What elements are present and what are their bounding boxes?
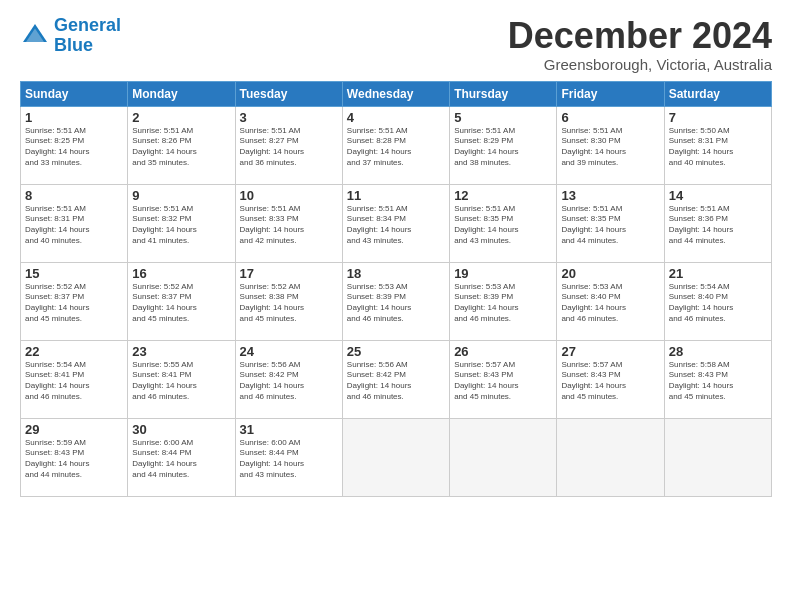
day-info: Sunrise: 5:55 AM Sunset: 8:41 PM Dayligh… [132, 360, 230, 403]
day-number: 23 [132, 344, 230, 359]
week-row-1: 1Sunrise: 5:51 AM Sunset: 8:25 PM Daylig… [21, 106, 772, 184]
table-row: 28Sunrise: 5:58 AM Sunset: 8:43 PM Dayli… [664, 340, 771, 418]
week-row-3: 15Sunrise: 5:52 AM Sunset: 8:37 PM Dayli… [21, 262, 772, 340]
table-row: 20Sunrise: 5:53 AM Sunset: 8:40 PM Dayli… [557, 262, 664, 340]
day-number: 9 [132, 188, 230, 203]
th-sunday: Sunday [21, 81, 128, 106]
day-info: Sunrise: 5:53 AM Sunset: 8:39 PM Dayligh… [454, 282, 552, 325]
day-number: 18 [347, 266, 445, 281]
table-row: 10Sunrise: 5:51 AM Sunset: 8:33 PM Dayli… [235, 184, 342, 262]
table-row: 2Sunrise: 5:51 AM Sunset: 8:26 PM Daylig… [128, 106, 235, 184]
day-info: Sunrise: 5:51 AM Sunset: 8:27 PM Dayligh… [240, 126, 338, 169]
table-row: 21Sunrise: 5:54 AM Sunset: 8:40 PM Dayli… [664, 262, 771, 340]
day-number: 21 [669, 266, 767, 281]
day-info: Sunrise: 5:51 AM Sunset: 8:30 PM Dayligh… [561, 126, 659, 169]
day-number: 14 [669, 188, 767, 203]
table-row: 30Sunrise: 6:00 AM Sunset: 8:44 PM Dayli… [128, 418, 235, 496]
th-tuesday: Tuesday [235, 81, 342, 106]
day-info: Sunrise: 5:51 AM Sunset: 8:34 PM Dayligh… [347, 204, 445, 247]
week-row-5: 29Sunrise: 5:59 AM Sunset: 8:43 PM Dayli… [21, 418, 772, 496]
day-info: Sunrise: 5:51 AM Sunset: 8:25 PM Dayligh… [25, 126, 123, 169]
day-number: 2 [132, 110, 230, 125]
day-info: Sunrise: 5:59 AM Sunset: 8:43 PM Dayligh… [25, 438, 123, 481]
table-row: 22Sunrise: 5:54 AM Sunset: 8:41 PM Dayli… [21, 340, 128, 418]
th-monday: Monday [128, 81, 235, 106]
day-info: Sunrise: 5:53 AM Sunset: 8:40 PM Dayligh… [561, 282, 659, 325]
day-info: Sunrise: 5:51 AM Sunset: 8:28 PM Dayligh… [347, 126, 445, 169]
day-number: 5 [454, 110, 552, 125]
day-number: 6 [561, 110, 659, 125]
table-row [450, 418, 557, 496]
table-row: 31Sunrise: 6:00 AM Sunset: 8:44 PM Dayli… [235, 418, 342, 496]
day-info: Sunrise: 5:53 AM Sunset: 8:39 PM Dayligh… [347, 282, 445, 325]
day-info: Sunrise: 5:54 AM Sunset: 8:40 PM Dayligh… [669, 282, 767, 325]
day-number: 12 [454, 188, 552, 203]
table-row: 13Sunrise: 5:51 AM Sunset: 8:35 PM Dayli… [557, 184, 664, 262]
day-number: 19 [454, 266, 552, 281]
table-row: 8Sunrise: 5:51 AM Sunset: 8:31 PM Daylig… [21, 184, 128, 262]
table-row: 23Sunrise: 5:55 AM Sunset: 8:41 PM Dayli… [128, 340, 235, 418]
logo-text: General Blue [54, 16, 121, 56]
day-info: Sunrise: 5:57 AM Sunset: 8:43 PM Dayligh… [561, 360, 659, 403]
table-row [342, 418, 449, 496]
day-number: 25 [347, 344, 445, 359]
page: General Blue December 2024 Greensborough… [0, 0, 792, 507]
th-thursday: Thursday [450, 81, 557, 106]
day-info: Sunrise: 5:51 AM Sunset: 8:29 PM Dayligh… [454, 126, 552, 169]
day-number: 22 [25, 344, 123, 359]
header: General Blue December 2024 Greensborough… [20, 16, 772, 73]
day-info: Sunrise: 5:51 AM Sunset: 8:35 PM Dayligh… [561, 204, 659, 247]
day-number: 28 [669, 344, 767, 359]
table-row: 12Sunrise: 5:51 AM Sunset: 8:35 PM Dayli… [450, 184, 557, 262]
calendar-title: December 2024 [508, 16, 772, 56]
calendar-table: Sunday Monday Tuesday Wednesday Thursday… [20, 81, 772, 497]
day-info: Sunrise: 5:52 AM Sunset: 8:37 PM Dayligh… [132, 282, 230, 325]
table-row: 1Sunrise: 5:51 AM Sunset: 8:25 PM Daylig… [21, 106, 128, 184]
table-row [557, 418, 664, 496]
day-info: Sunrise: 6:00 AM Sunset: 8:44 PM Dayligh… [240, 438, 338, 481]
table-row [664, 418, 771, 496]
day-number: 8 [25, 188, 123, 203]
th-wednesday: Wednesday [342, 81, 449, 106]
table-row: 25Sunrise: 5:56 AM Sunset: 8:42 PM Dayli… [342, 340, 449, 418]
day-info: Sunrise: 5:51 AM Sunset: 8:36 PM Dayligh… [669, 204, 767, 247]
day-info: Sunrise: 5:50 AM Sunset: 8:31 PM Dayligh… [669, 126, 767, 169]
th-friday: Friday [557, 81, 664, 106]
table-row: 24Sunrise: 5:56 AM Sunset: 8:42 PM Dayli… [235, 340, 342, 418]
table-row: 19Sunrise: 5:53 AM Sunset: 8:39 PM Dayli… [450, 262, 557, 340]
logo: General Blue [20, 16, 121, 56]
day-info: Sunrise: 5:56 AM Sunset: 8:42 PM Dayligh… [240, 360, 338, 403]
table-row: 3Sunrise: 5:51 AM Sunset: 8:27 PM Daylig… [235, 106, 342, 184]
day-info: Sunrise: 5:51 AM Sunset: 8:32 PM Dayligh… [132, 204, 230, 247]
table-row: 11Sunrise: 5:51 AM Sunset: 8:34 PM Dayli… [342, 184, 449, 262]
day-number: 20 [561, 266, 659, 281]
day-info: Sunrise: 5:52 AM Sunset: 8:38 PM Dayligh… [240, 282, 338, 325]
table-row: 9Sunrise: 5:51 AM Sunset: 8:32 PM Daylig… [128, 184, 235, 262]
day-info: Sunrise: 5:51 AM Sunset: 8:31 PM Dayligh… [25, 204, 123, 247]
title-block: December 2024 Greensborough, Victoria, A… [508, 16, 772, 73]
day-info: Sunrise: 5:52 AM Sunset: 8:37 PM Dayligh… [25, 282, 123, 325]
table-row: 17Sunrise: 5:52 AM Sunset: 8:38 PM Dayli… [235, 262, 342, 340]
day-info: Sunrise: 5:58 AM Sunset: 8:43 PM Dayligh… [669, 360, 767, 403]
day-number: 13 [561, 188, 659, 203]
day-number: 29 [25, 422, 123, 437]
table-row: 5Sunrise: 5:51 AM Sunset: 8:29 PM Daylig… [450, 106, 557, 184]
week-row-4: 22Sunrise: 5:54 AM Sunset: 8:41 PM Dayli… [21, 340, 772, 418]
day-number: 27 [561, 344, 659, 359]
th-saturday: Saturday [664, 81, 771, 106]
table-row: 14Sunrise: 5:51 AM Sunset: 8:36 PM Dayli… [664, 184, 771, 262]
day-number: 1 [25, 110, 123, 125]
logo-icon [20, 21, 50, 51]
day-number: 31 [240, 422, 338, 437]
day-info: Sunrise: 5:51 AM Sunset: 8:26 PM Dayligh… [132, 126, 230, 169]
day-number: 11 [347, 188, 445, 203]
day-info: Sunrise: 5:51 AM Sunset: 8:35 PM Dayligh… [454, 204, 552, 247]
day-number: 24 [240, 344, 338, 359]
day-info: Sunrise: 6:00 AM Sunset: 8:44 PM Dayligh… [132, 438, 230, 481]
table-row: 7Sunrise: 5:50 AM Sunset: 8:31 PM Daylig… [664, 106, 771, 184]
calendar-subtitle: Greensborough, Victoria, Australia [508, 56, 772, 73]
table-row: 26Sunrise: 5:57 AM Sunset: 8:43 PM Dayli… [450, 340, 557, 418]
day-number: 30 [132, 422, 230, 437]
day-number: 16 [132, 266, 230, 281]
header-row: Sunday Monday Tuesday Wednesday Thursday… [21, 81, 772, 106]
